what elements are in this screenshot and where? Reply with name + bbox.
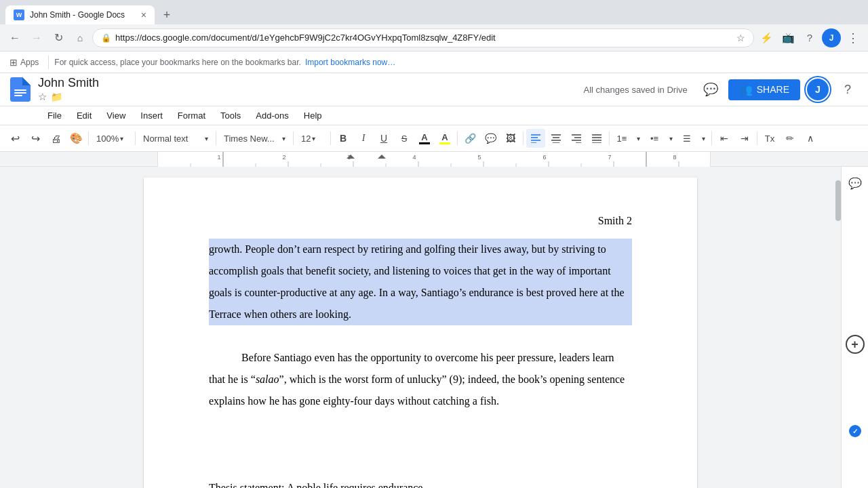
reload-button[interactable]: ↻ bbox=[49, 28, 68, 47]
scrollbar-thumb[interactable] bbox=[835, 180, 841, 221]
share-button[interactable]: 👥 SHARE bbox=[728, 79, 800, 100]
comments-sidebar-icon[interactable]: 💬 bbox=[844, 172, 866, 194]
font-value: Times New... bbox=[224, 134, 275, 144]
checklist-button[interactable]: ☰ bbox=[677, 129, 696, 148]
numbered-list-button[interactable]: 1≡ bbox=[612, 129, 631, 148]
scrollbar-track[interactable] bbox=[835, 167, 841, 488]
print-button[interactable]: 🖨 bbox=[46, 129, 65, 148]
style-selector[interactable]: Normal text ▾ bbox=[138, 129, 213, 148]
align-justify-icon bbox=[591, 134, 602, 143]
font-size-selector[interactable]: 12 ▾ bbox=[296, 129, 328, 148]
home-button[interactable]: ⌂ bbox=[71, 28, 90, 47]
italic-button[interactable]: I bbox=[354, 129, 373, 148]
bullet-list-button[interactable]: •≡ bbox=[645, 129, 664, 148]
bookmark-star-icon[interactable]: ☆ bbox=[736, 33, 745, 43]
undo-button[interactable]: ↩ bbox=[5, 129, 24, 148]
align-right-button[interactable] bbox=[567, 129, 586, 148]
align-center-icon bbox=[551, 134, 561, 143]
text-color-icon: A bbox=[421, 133, 427, 142]
docs-logo bbox=[8, 77, 33, 102]
insert-image-button[interactable]: 🖼 bbox=[501, 129, 520, 148]
strikethrough-button[interactable]: S bbox=[395, 129, 414, 148]
bold-button[interactable]: B bbox=[334, 129, 353, 148]
browser-tab[interactable]: W John Smith - Google Docs × bbox=[5, 5, 155, 24]
toolbar-divider-9 bbox=[711, 131, 712, 145]
toolbar-divider-7 bbox=[523, 131, 524, 145]
highlight-pen-button[interactable]: ✏ bbox=[781, 129, 800, 148]
extensions-button[interactable]: ⚡ bbox=[757, 28, 776, 47]
underline-button[interactable]: U bbox=[374, 129, 393, 148]
align-left-button[interactable] bbox=[526, 129, 545, 148]
ruler-ticks: 1 2 3 4 5 6 7 8 bbox=[158, 152, 711, 167]
menu-view[interactable]: View bbox=[100, 108, 132, 123]
clear-format-button[interactable]: Tx bbox=[760, 129, 779, 148]
svg-text:3: 3 bbox=[347, 154, 351, 161]
menu-insert[interactable]: Insert bbox=[134, 108, 170, 123]
insert-link-button[interactable]: 🔗 bbox=[460, 129, 479, 148]
back-button[interactable]: ← bbox=[5, 28, 24, 47]
align-justify-button[interactable] bbox=[587, 129, 606, 148]
menu-format[interactable]: Format bbox=[171, 108, 212, 123]
add-item-bubble[interactable]: + bbox=[846, 335, 865, 354]
menu-file[interactable]: File bbox=[41, 108, 68, 123]
paragraph-1[interactable]: growth. People don’t earn respect by ret… bbox=[209, 239, 632, 325]
new-tab-btn[interactable]: + bbox=[157, 5, 176, 24]
bullet-list-dropdown[interactable]: ▾ bbox=[665, 129, 676, 148]
insert-comment-button[interactable]: 💬 bbox=[481, 129, 500, 148]
star-button[interactable]: ☆ bbox=[38, 91, 47, 103]
toolbar-divider-5 bbox=[330, 131, 331, 145]
text-color-button[interactable]: A bbox=[415, 129, 434, 148]
paragraph-2[interactable]: Before Santiago even has the opportunity… bbox=[209, 347, 632, 412]
increase-indent-button[interactable]: ⇥ bbox=[735, 129, 754, 148]
highlight-color-indicator bbox=[439, 142, 450, 144]
paint-format-button[interactable]: 🎨 bbox=[66, 129, 85, 148]
menu-help[interactable]: Help bbox=[297, 108, 329, 123]
gemini-icon[interactable]: ✓ bbox=[844, 420, 866, 442]
svg-text:7: 7 bbox=[608, 154, 611, 161]
svg-text:8: 8 bbox=[673, 154, 676, 161]
chrome-cast-button[interactable]: 📺 bbox=[778, 28, 797, 47]
decrease-indent-button[interactable]: ⇤ bbox=[715, 129, 734, 148]
share-label: SHARE bbox=[757, 84, 789, 95]
user-avatar[interactable]: J bbox=[806, 77, 830, 102]
redo-button[interactable]: ↪ bbox=[26, 129, 45, 148]
menu-tools[interactable]: Tools bbox=[214, 108, 248, 123]
document-page[interactable]: Smith 2 growth. People don’t earn respec… bbox=[144, 178, 697, 488]
highlight-color-button[interactable]: A bbox=[435, 129, 454, 148]
move-to-folder-icon[interactable]: 📁 bbox=[51, 92, 62, 102]
browser-tabs-row: W John Smith - Google Docs × + bbox=[0, 0, 868, 24]
profile-picture[interactable]: J bbox=[822, 28, 841, 47]
font-size-dropdown-arrow: ▾ bbox=[312, 135, 315, 142]
ruler: 1 2 3 4 5 6 7 8 bbox=[0, 152, 868, 167]
chrome-menu-button[interactable]: ⋮ bbox=[844, 28, 863, 47]
toolbar-divider-8 bbox=[609, 131, 610, 145]
align-center-button[interactable] bbox=[547, 129, 566, 148]
more-options-button[interactable]: ∧ bbox=[801, 129, 820, 148]
paragraph-space-3 bbox=[209, 434, 632, 455]
address-bar[interactable]: 🔒 https://docs.google.com/document/d/1eY… bbox=[92, 28, 754, 47]
svg-rect-1 bbox=[14, 92, 26, 94]
forward-button[interactable]: → bbox=[27, 28, 46, 47]
docs-help-button[interactable]: ? bbox=[835, 77, 860, 102]
docs-app: John Smith ☆ 📁 All changes saved in Driv… bbox=[0, 73, 868, 167]
checklist-dropdown[interactable]: ▾ bbox=[698, 129, 709, 148]
bookmarks-bar: ⊞ Apps For quick access, place your book… bbox=[0, 52, 868, 73]
docs-document-title[interactable]: John Smith bbox=[38, 76, 99, 91]
bookmarks-bar-text: For quick access, place your bookmarks h… bbox=[54, 58, 301, 67]
zoom-selector[interactable]: 100% ▾ bbox=[92, 129, 132, 148]
font-selector[interactable]: Times New... ▾ bbox=[219, 129, 290, 148]
paragraph-thesis[interactable]: Thesis statement: A noble life requires … bbox=[209, 477, 632, 488]
menu-addons[interactable]: Add-ons bbox=[249, 108, 295, 123]
tab-close-icon[interactable]: × bbox=[141, 9, 146, 20]
comment-button[interactable]: 💬 bbox=[698, 77, 723, 102]
menu-edit[interactable]: Edit bbox=[70, 108, 98, 123]
apps-button[interactable]: ⊞ Apps bbox=[5, 56, 43, 69]
url-text: https://docs.google.com/document/d/1eYge… bbox=[115, 33, 732, 43]
doc-scroll-area[interactable]: Smith 2 growth. People don’t earn respec… bbox=[0, 167, 841, 488]
help-button[interactable]: ? bbox=[800, 28, 819, 47]
import-bookmarks-link[interactable]: Import bookmarks now… bbox=[305, 58, 395, 67]
text-content[interactable]: growth. People don’t earn respect by ret… bbox=[209, 239, 632, 488]
page-header: Smith 2 bbox=[209, 210, 632, 232]
docs-toolbar: ↩ ↪ 🖨 🎨 100% ▾ Normal text ▾ Times New..… bbox=[0, 125, 868, 152]
numbered-list-dropdown[interactable]: ▾ bbox=[633, 129, 644, 148]
